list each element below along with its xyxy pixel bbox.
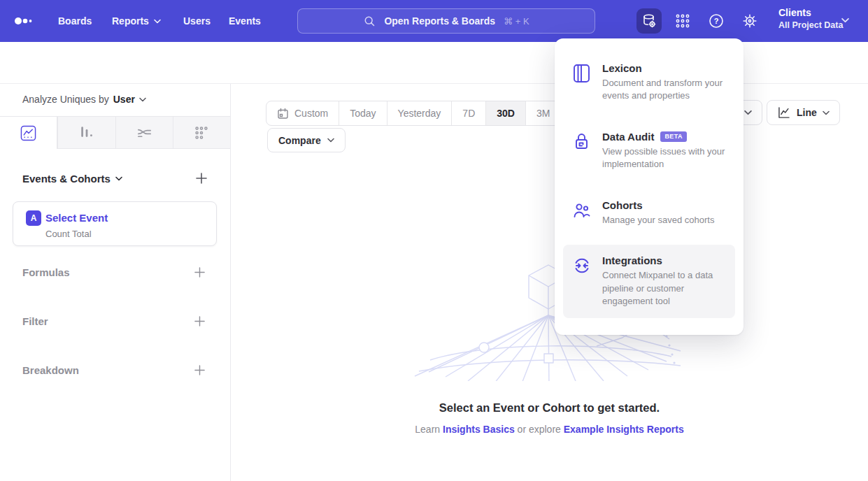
empty-state-prefix: Learn	[415, 424, 440, 435]
date-range-today[interactable]: Today	[339, 101, 386, 125]
analyze-label: Analyze Uniques by	[22, 94, 109, 105]
svg-text:?: ?	[714, 17, 719, 25]
chevron-down-icon	[139, 97, 146, 102]
event-letter-badge: A	[26, 210, 41, 226]
bar-chart-icon	[79, 125, 94, 141]
menu-item-description: Document and transform your events and p…	[602, 77, 725, 103]
analyze-value-dropdown[interactable]: User	[113, 94, 135, 105]
nav-item-events[interactable]: Events	[229, 0, 261, 42]
org-name: Clients	[778, 7, 843, 18]
menu-item-title: Cohorts	[602, 199, 643, 211]
plus-icon	[194, 364, 206, 376]
empty-state-subtitle: Learn Insights Basics or explore Example…	[231, 424, 868, 435]
breakdown-section: Breakdown	[22, 363, 206, 377]
menu-item-description: View possible issues with your implement…	[602, 145, 725, 171]
date-range-custom[interactable]: Custom	[266, 101, 339, 125]
menu-item-title: Integrations	[602, 254, 662, 266]
menu-item-description: Connect Mixpanel to a data pipeline or c…	[602, 269, 725, 308]
menu-item-cohorts[interactable]: Cohorts Manage your saved cohorts	[563, 189, 735, 236]
formulas-section: Formulas	[22, 265, 206, 279]
account-switcher[interactable]: Clients All Project Data	[778, 7, 843, 30]
select-event-button[interactable]: Select Event	[45, 212, 108, 224]
empty-state-title: Select an Event or Cohort to get started…	[231, 401, 868, 415]
add-breakdown-button[interactable]	[194, 364, 206, 376]
chart-type-dropdown[interactable]: Line	[767, 100, 840, 125]
app-root: Boards Reports Users Events Open Reports…	[0, 0, 868, 481]
tab-bar-chart[interactable]	[57, 117, 115, 149]
chart-type-tabs	[0, 116, 230, 149]
gear-icon	[741, 13, 758, 29]
date-range-7d[interactable]: 7D	[451, 101, 485, 125]
mixpanel-logo-icon	[14, 15, 35, 27]
report-canvas: Custom Today Yesterday 7D 30D 3M 6M Comp…	[231, 84, 868, 481]
database-gear-icon	[641, 13, 657, 29]
analyze-row: Analyze Uniques by User	[22, 94, 146, 105]
chevron-down-icon	[154, 19, 161, 24]
global-search-input[interactable]: Open Reports & Boards ⌘ + K	[297, 8, 595, 34]
line-chart-icon	[777, 106, 791, 120]
empty-state-connector: or explore	[518, 424, 561, 435]
plus-icon	[195, 172, 208, 185]
menu-item-data-audit[interactable]: Data AuditBETA View possible issues with…	[563, 121, 735, 181]
project-name: All Project Data	[778, 20, 843, 30]
filter-section: Filter	[22, 314, 206, 328]
menu-item-description: Manage your saved cohorts	[602, 214, 714, 227]
search-shortcut: ⌘ + K	[504, 16, 529, 27]
menu-item-title: Lexicon	[602, 62, 642, 74]
search-placeholder: Open Reports & Boards	[384, 15, 495, 27]
flow-chart-icon	[136, 124, 152, 141]
chevron-down-icon	[115, 176, 122, 181]
nav-item-boards[interactable]: Boards	[58, 0, 92, 42]
add-event-button[interactable]	[195, 172, 208, 185]
beta-badge: BETA	[660, 131, 686, 142]
help-button[interactable]: ?	[704, 8, 729, 34]
calendar-icon	[277, 108, 289, 120]
nav-item-users[interactable]: Users	[183, 0, 211, 42]
event-row-card[interactable]: A Select Event Count Total	[13, 201, 217, 246]
nav-item-reports[interactable]: Reports	[112, 0, 161, 42]
apps-grid-icon	[675, 13, 690, 29]
apps-grid-button[interactable]	[670, 8, 695, 34]
line-chart-icon	[20, 125, 36, 141]
events-cohorts-dropdown[interactable]: Events & Cohorts	[22, 173, 122, 185]
data-audit-icon	[573, 131, 591, 171]
add-filter-button[interactable]	[194, 315, 206, 327]
add-formula-button[interactable]	[194, 266, 206, 278]
insights-basics-link[interactable]: Insights Basics	[443, 424, 515, 435]
tab-table-chart[interactable]	[173, 117, 230, 149]
date-range-30d[interactable]: 30D	[485, 101, 525, 125]
integrations-sync-icon	[573, 254, 591, 308]
tab-line-chart[interactable]	[0, 117, 57, 149]
plus-icon	[194, 315, 206, 327]
chevron-down-icon	[841, 17, 849, 23]
tab-flow-chart[interactable]	[115, 117, 173, 149]
cohorts-people-icon	[573, 199, 591, 227]
data-management-button[interactable]	[636, 8, 662, 34]
lexicon-book-icon	[573, 62, 591, 103]
top-nav: Boards Reports Users Events Open Reports…	[0, 0, 868, 42]
compare-dropdown[interactable]: Compare	[267, 128, 346, 152]
menu-item-title: Data Audit	[602, 131, 654, 143]
events-cohorts-section: Events & Cohorts	[22, 171, 208, 186]
chevron-down-icon	[823, 110, 830, 115]
date-range-control: Custom Today Yesterday 7D 30D 3M 6M	[266, 101, 597, 126]
event-aggregation[interactable]: Count Total	[45, 229, 92, 239]
search-icon	[363, 15, 376, 27]
data-management-menu: Lexicon Document and transform your even…	[555, 38, 744, 335]
plus-icon	[194, 266, 206, 278]
settings-button[interactable]	[737, 8, 762, 34]
example-reports-link[interactable]: Example Insights Reports	[564, 424, 684, 435]
menu-item-lexicon[interactable]: Lexicon Document and transform your even…	[563, 52, 735, 113]
query-sidebar: Analyze Uniques by User	[0, 84, 231, 481]
help-icon: ?	[708, 13, 725, 29]
dot-matrix-icon	[194, 125, 209, 141]
date-range-yesterday[interactable]: Yesterday	[387, 101, 452, 125]
chevron-down-icon	[327, 138, 334, 143]
menu-item-integrations[interactable]: Integrations Connect Mixpanel to a data …	[563, 245, 735, 317]
chevron-down-icon	[744, 110, 752, 115]
